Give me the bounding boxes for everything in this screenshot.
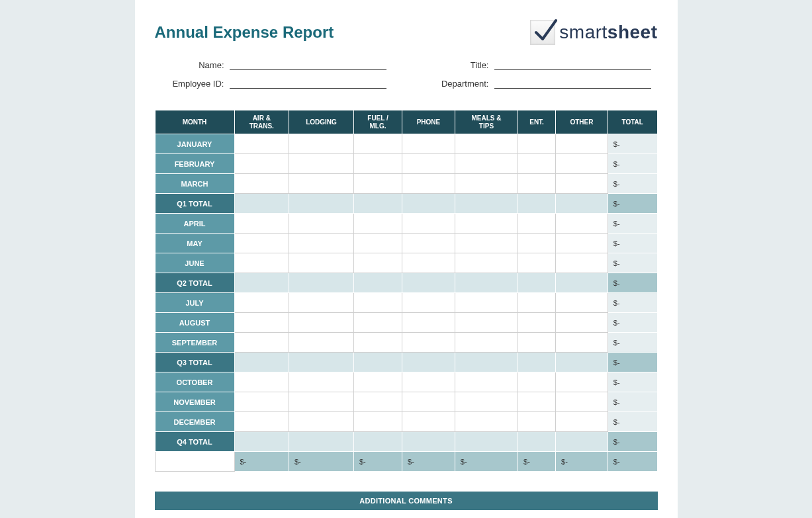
expense-cell[interactable] xyxy=(354,253,402,273)
expense-cell[interactable] xyxy=(289,392,354,412)
expense-cell[interactable] xyxy=(234,372,289,392)
expense-cell[interactable] xyxy=(518,253,556,273)
expense-cell[interactable] xyxy=(402,194,455,214)
expense-cell[interactable] xyxy=(289,194,354,214)
expense-cell[interactable] xyxy=(289,214,354,234)
expense-cell[interactable] xyxy=(518,134,556,154)
expense-cell[interactable] xyxy=(234,432,289,452)
expense-cell[interactable] xyxy=(234,392,289,412)
expense-cell[interactable] xyxy=(518,194,556,214)
expense-cell[interactable] xyxy=(455,313,518,333)
expense-cell[interactable] xyxy=(556,253,608,273)
expense-cell[interactable] xyxy=(354,392,402,412)
expense-cell[interactable] xyxy=(518,214,556,234)
expense-cell[interactable] xyxy=(518,273,556,293)
expense-cell[interactable] xyxy=(556,353,608,372)
expense-cell[interactable] xyxy=(556,174,608,194)
expense-cell[interactable] xyxy=(518,154,556,174)
expense-cell[interactable] xyxy=(234,234,289,253)
employee-id-input[interactable] xyxy=(230,78,386,89)
expense-cell[interactable] xyxy=(556,432,608,452)
expense-cell[interactable] xyxy=(556,412,608,432)
expense-cell[interactable] xyxy=(289,134,354,154)
expense-cell[interactable] xyxy=(402,313,455,333)
expense-cell[interactable] xyxy=(354,333,402,353)
expense-cell[interactable] xyxy=(402,392,455,412)
expense-cell[interactable] xyxy=(354,134,402,154)
title-input[interactable] xyxy=(494,60,651,70)
expense-cell[interactable] xyxy=(556,313,608,333)
expense-cell[interactable] xyxy=(455,432,518,452)
expense-cell[interactable] xyxy=(289,174,354,194)
expense-cell[interactable] xyxy=(354,214,402,234)
expense-cell[interactable] xyxy=(289,293,354,313)
expense-cell[interactable] xyxy=(289,333,354,353)
expense-cell[interactable] xyxy=(234,174,289,194)
expense-cell[interactable] xyxy=(234,333,289,353)
expense-cell[interactable] xyxy=(402,293,455,313)
expense-cell[interactable] xyxy=(354,194,402,214)
expense-cell[interactable] xyxy=(518,234,556,253)
expense-cell[interactable] xyxy=(234,253,289,273)
expense-cell[interactable] xyxy=(289,154,354,174)
expense-cell[interactable] xyxy=(234,194,289,214)
expense-cell[interactable] xyxy=(455,412,518,432)
expense-cell[interactable] xyxy=(556,273,608,293)
expense-cell[interactable] xyxy=(455,174,518,194)
expense-cell[interactable] xyxy=(556,214,608,234)
expense-cell[interactable] xyxy=(455,392,518,412)
expense-cell[interactable] xyxy=(354,372,402,392)
expense-cell[interactable] xyxy=(234,214,289,234)
expense-cell[interactable] xyxy=(455,134,518,154)
expense-cell[interactable] xyxy=(289,432,354,452)
expense-cell[interactable] xyxy=(556,293,608,313)
expense-cell[interactable] xyxy=(402,412,455,432)
expense-cell[interactable] xyxy=(289,412,354,432)
expense-cell[interactable] xyxy=(402,353,455,372)
expense-cell[interactable] xyxy=(518,174,556,194)
expense-cell[interactable] xyxy=(556,234,608,253)
expense-cell[interactable] xyxy=(354,273,402,293)
name-input[interactable] xyxy=(230,60,386,70)
expense-cell[interactable] xyxy=(354,234,402,253)
expense-cell[interactable] xyxy=(354,313,402,333)
expense-cell[interactable] xyxy=(556,333,608,353)
expense-cell[interactable] xyxy=(289,234,354,253)
expense-cell[interactable] xyxy=(354,432,402,452)
expense-cell[interactable] xyxy=(354,353,402,372)
expense-cell[interactable] xyxy=(518,432,556,452)
expense-cell[interactable] xyxy=(556,372,608,392)
expense-cell[interactable] xyxy=(289,273,354,293)
expense-cell[interactable] xyxy=(354,154,402,174)
expense-cell[interactable] xyxy=(518,333,556,353)
expense-cell[interactable] xyxy=(455,293,518,313)
expense-cell[interactable] xyxy=(455,372,518,392)
expense-cell[interactable] xyxy=(518,353,556,372)
expense-cell[interactable] xyxy=(234,412,289,432)
expense-cell[interactable] xyxy=(289,372,354,392)
expense-cell[interactable] xyxy=(455,234,518,253)
expense-cell[interactable] xyxy=(455,154,518,174)
expense-cell[interactable] xyxy=(354,174,402,194)
expense-cell[interactable] xyxy=(402,174,455,194)
expense-cell[interactable] xyxy=(289,253,354,273)
expense-cell[interactable] xyxy=(518,313,556,333)
expense-cell[interactable] xyxy=(402,253,455,273)
expense-cell[interactable] xyxy=(455,273,518,293)
expense-cell[interactable] xyxy=(234,353,289,372)
expense-cell[interactable] xyxy=(518,392,556,412)
expense-cell[interactable] xyxy=(289,313,354,333)
expense-cell[interactable] xyxy=(518,412,556,432)
expense-cell[interactable] xyxy=(234,134,289,154)
expense-cell[interactable] xyxy=(518,293,556,313)
expense-cell[interactable] xyxy=(402,432,455,452)
expense-cell[interactable] xyxy=(455,353,518,372)
expense-cell[interactable] xyxy=(402,214,455,234)
expense-cell[interactable] xyxy=(402,154,455,174)
expense-cell[interactable] xyxy=(402,273,455,293)
expense-cell[interactable] xyxy=(354,293,402,313)
expense-cell[interactable] xyxy=(402,333,455,353)
expense-cell[interactable] xyxy=(455,194,518,214)
expense-cell[interactable] xyxy=(234,293,289,313)
expense-cell[interactable] xyxy=(556,194,608,214)
